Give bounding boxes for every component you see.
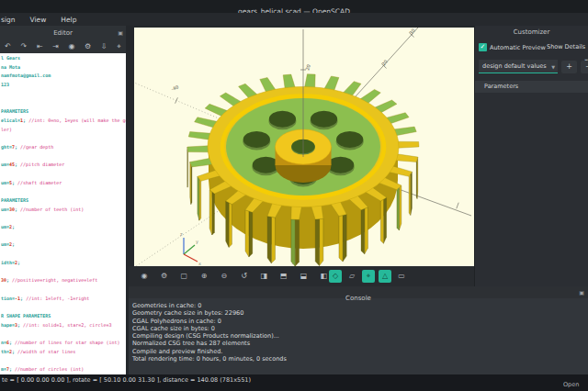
code-lines: l Gearsna Motanamfmota@gmail.com123PARAM… — [0, 53, 126, 374]
customizer-title: Customizer — [475, 28, 588, 36]
float-panel-icon[interactable]: ▣ — [579, 289, 584, 296]
code-line: th=2; //width of star lines — [1, 348, 126, 357]
console-line: Geometry cache size in bytes: 22960 — [132, 309, 588, 317]
undo-icon[interactable]: ↶ — [5, 41, 11, 52]
console-line: CGAL Polyhedrons in cache: 0 — [132, 318, 588, 325]
editor-toolbar: ↶↷⇤⇥◉⚙⇩⌖ — [0, 40, 126, 53]
console-title: Console — [345, 295, 371, 302]
code-line: ght=7; //gear depth — [1, 143, 126, 152]
code-line: l Gears — [1, 54, 126, 63]
axis-tick-label: 20 — [380, 59, 389, 67]
code-line — [1, 232, 126, 241]
code-line: na Mota — [1, 63, 126, 73]
chevron-down-icon: ▼ — [551, 61, 555, 74]
view-bottom-icon[interactable]: ⬓ — [298, 270, 311, 283]
console-line: Compile and preview finished. — [132, 348, 588, 355]
preview-icon[interactable]: ◉ — [68, 41, 74, 52]
reset-view-icon[interactable]: ↺ — [238, 270, 251, 283]
automatic-preview-label: Automatic Preview — [490, 44, 546, 51]
axis-tick-label: 20 — [304, 63, 311, 71]
console-log: Geometries in cache: 0Geometry cache siz… — [129, 298, 588, 363]
menu-design[interactable]: sign — [0, 16, 23, 24]
float-panel-icon[interactable]: ▣ — [118, 29, 123, 37]
show-details-label: Show Details — [547, 43, 585, 50]
add-preset-button[interactable]: + — [561, 61, 577, 73]
customizer-panel: Customizer ✓ Automatic Preview Show Deta… — [474, 26, 588, 286]
show-axes-icon[interactable]: ⌖ — [362, 270, 375, 283]
code-line — [1, 356, 126, 365]
remove-preset-button[interactable]: - — [581, 61, 588, 73]
perspective-icon[interactable]: ◇ — [329, 270, 342, 283]
code-line: R SHAPE PARAMETERS — [1, 312, 126, 321]
code-line: um=5; //shaft diameter — [1, 179, 126, 188]
redo-icon[interactable]: ↷ — [21, 41, 28, 52]
triad-label-y: y — [196, 239, 198, 245]
menu-help[interactable]: Help — [53, 16, 84, 24]
indent-icon[interactable]: ⇥ — [52, 41, 59, 52]
camera-status-text: te = [ 0.00 0.00 0.00 ], rotate = [ 50.1… — [2, 376, 251, 384]
preview-icon[interactable]: ◉ — [138, 270, 151, 283]
view-all-icon[interactable]: ▢ — [177, 270, 190, 283]
3d-viewport[interactable]: 203020-40zyx — [134, 28, 474, 266]
code-line: um=30; //number of teeth (int) — [1, 206, 126, 215]
code-line — [1, 330, 126, 339]
console-line: Normalized CSG tree has 287 elements — [132, 340, 588, 347]
menu-bar: sign View Help — [0, 13, 588, 26]
orthogonal-icon[interactable]: ▱ — [345, 270, 358, 283]
status-right-text: Open — [563, 381, 588, 388]
code-line: 30; //positive=right, negative=left — [1, 276, 126, 285]
code-line — [1, 268, 126, 277]
axis-tick-label: 30 — [408, 28, 416, 36]
code-line — [1, 250, 126, 259]
zoom-out-icon[interactable]: ⊖ — [218, 270, 231, 283]
export-icon[interactable]: ⇩ — [101, 41, 107, 52]
show-edges-icon[interactable]: ▭ — [395, 270, 408, 283]
code-line — [1, 214, 126, 223]
code-line: elical=1; //int: 0=no, 1=yes (will make … — [1, 117, 126, 126]
title-bar: gears_helical.scad — OpenSCAD — [0, 0, 588, 13]
axis-tick-label: -40 — [170, 84, 179, 92]
show-details-dropdown[interactable]: Show Details ▼ — [547, 40, 588, 53]
editor-header[interactable]: Editor ▣ — [0, 26, 126, 40]
code-line: um=45; //pitch diameter — [1, 161, 126, 170]
code-editor[interactable]: l Gearsna Motanamfmota@gmail.com123PARAM… — [0, 53, 126, 374]
console-line: CGAL cache size in bytes: 0 — [132, 325, 588, 332]
code-line — [1, 98, 126, 107]
code-line: hape=3; //int: solid=1, star=2, circle=3 — [1, 321, 126, 330]
menu-view[interactable]: View — [23, 16, 54, 24]
code-line: ler) — [1, 126, 126, 135]
status-bar: te = [ 0.00 0.00 0.00 ], rotate = [ 50.1… — [0, 374, 588, 391]
code-line: m=7; //number of circles (int) — [1, 365, 126, 374]
code-line — [1, 170, 126, 179]
console-header[interactable]: Console ▣ — [129, 286, 588, 298]
code-line: um=2; — [1, 223, 126, 232]
show-scale-icon[interactable]: △ — [379, 270, 391, 283]
code-line: PARAMETERS — [1, 196, 126, 206]
render-icon[interactable]: ⚙ — [85, 41, 91, 52]
unindent-icon[interactable]: ⇤ — [37, 41, 43, 52]
zoom-in-icon[interactable]: ⊕ — [198, 270, 210, 283]
code-line: n=6; //number of lines for star shape (i… — [1, 339, 126, 348]
code-line: um=2; — [1, 240, 126, 250]
code-line: tion=-1; //int: 1=left, -1=right — [1, 295, 126, 304]
editor-title: Editor — [0, 26, 126, 40]
find-icon[interactable]: ⌖ — [117, 41, 121, 52]
preset-dropdown[interactable]: design default values ▼ — [479, 60, 558, 73]
view-right-icon[interactable]: ◨ — [257, 270, 270, 283]
triad-label-z: z — [180, 231, 183, 237]
automatic-preview-checkbox[interactable]: ✓ — [479, 43, 487, 51]
code-line — [1, 285, 126, 295]
render-icon[interactable]: ⚙ — [158, 270, 171, 283]
code-line — [1, 134, 126, 143]
parameters-section-header[interactable]: Parameters — [475, 81, 588, 93]
code-line — [1, 187, 126, 196]
code-line: 123 — [1, 81, 126, 90]
console-panel: Console ▣ Geometries in cache: 0Geometry… — [129, 286, 588, 374]
editor-panel: Editor ▣ ↶↷⇤⇥◉⚙⇩⌖ l Gearsna Motanamfmota… — [0, 26, 126, 374]
view-top-icon[interactable]: ⬒ — [277, 270, 290, 283]
code-line — [1, 152, 126, 162]
preset-label: design default values — [482, 62, 547, 70]
code-line — [1, 90, 126, 99]
code-line: namfmota@gmail.com — [1, 72, 126, 81]
console-line: Geometries in cache: 0 — [132, 302, 588, 309]
